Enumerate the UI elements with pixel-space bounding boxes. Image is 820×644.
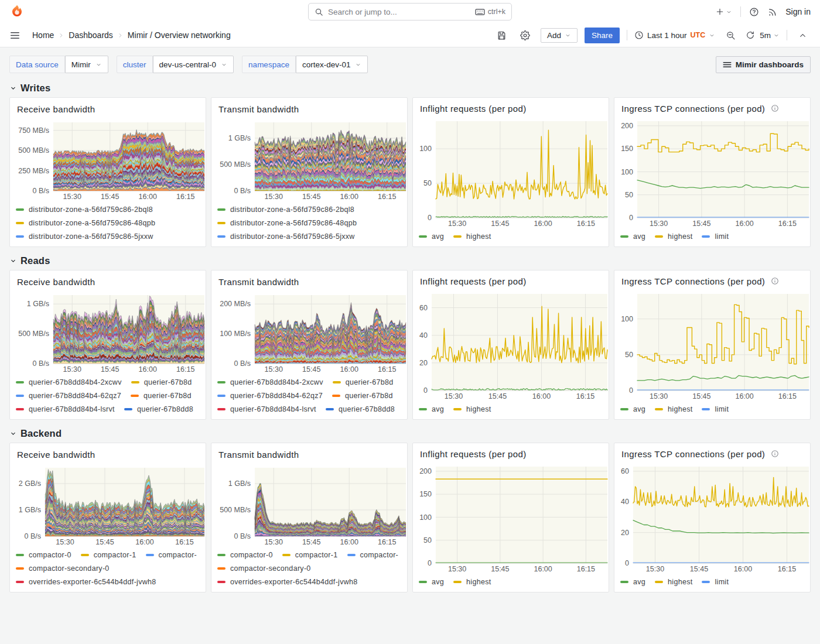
legend-item[interactable]: querier-67b8d (131, 378, 192, 386)
chart-canvas[interactable]: 020406015:3015:4516:0016:15 (614, 460, 810, 574)
news-rss-icon[interactable] (767, 7, 777, 17)
breadcrumb-dashboards[interactable]: Dashboards (69, 30, 113, 40)
search-bar[interactable]: ctrl+k (308, 3, 512, 20)
legend-item[interactable]: limit (702, 405, 729, 413)
chart-canvas[interactable]: 0 B/s500 MB/s1 GB/s15:3015:4516:0016:15 (211, 115, 407, 201)
chart-canvas[interactable]: 0 B/s1 GB/s2 GB/s15:3015:4516:0016:15 (10, 461, 206, 547)
variable-value-dropdown[interactable]: Mimir (65, 56, 108, 73)
svg-text:16:15: 16:15 (576, 392, 594, 400)
zoom-out-time-button[interactable] (722, 27, 739, 43)
dashboard-settings-button[interactable] (517, 27, 534, 43)
panel-title[interactable]: Inflight requests (per pod) (420, 449, 527, 459)
help-icon[interactable] (749, 7, 759, 17)
legend-item[interactable]: overrides-exporter-6c544b4ddf-jvwh8 (16, 578, 156, 586)
legend-item[interactable]: querier-67b8dd8 (326, 405, 395, 413)
chart-canvas[interactable]: 020406015:3015:4516:0016:15 (413, 287, 609, 401)
panel-title[interactable]: Ingress TCP connections (per pod) (621, 104, 765, 114)
legend-item[interactable]: highest (655, 405, 692, 413)
chart-canvas[interactable]: 0 B/s500 MB/s1 GB/s15:3015:4516:0016:15 (211, 461, 407, 547)
info-icon[interactable] (771, 104, 779, 112)
legend-item[interactable]: highest (453, 232, 491, 241)
legend-item[interactable]: querier-67b8dd84b4-2xcwv (16, 378, 122, 386)
svg-text:16:00: 16:00 (340, 193, 358, 201)
panel-title[interactable]: Receive bandwidth (17, 450, 95, 460)
time-range-picker[interactable]: Last 1 hour UTC (634, 30, 715, 40)
add-menu-button[interactable] (715, 7, 732, 16)
legend-item[interactable]: limit (702, 578, 729, 586)
panel-title[interactable]: Transmit bandwidth (218, 104, 299, 114)
section-header-reads[interactable]: Reads (9, 251, 811, 270)
legend-item[interactable]: querier-67b8dd84b4-lsrvt (16, 405, 115, 413)
chart-canvas[interactable]: 0 B/s250 MB/s500 MB/s750 MB/s15:3015:451… (10, 115, 206, 201)
section-header-backend[interactable]: Backend (9, 423, 811, 443)
grafana-logo[interactable] (9, 4, 25, 19)
legend-item[interactable]: compactor-0 (16, 551, 71, 559)
legend-item[interactable]: querier-67b8dd84b4-2xcwv (217, 378, 323, 386)
chart-canvas[interactable]: 0 B/s100 MB/s200 MB/s15:3015:4516:0016:1… (211, 288, 407, 374)
legend-item[interactable]: avg (419, 405, 444, 413)
legend-item[interactable]: querier-67b8d (131, 392, 192, 400)
mega-menu-icon[interactable] (9, 30, 20, 41)
panel-title[interactable]: Inflight requests (per pod) (420, 104, 527, 114)
add-panel-button[interactable]: Add (541, 28, 578, 43)
share-button[interactable]: Share (585, 28, 620, 43)
variable-value-dropdown[interactable]: cortex-dev-01 (296, 56, 368, 73)
variable-data-source: Data sourceMimir (9, 56, 108, 73)
chart-canvas[interactable]: 05010015:3015:4516:0016:15 (413, 114, 609, 228)
refresh-picker[interactable]: 5m (746, 30, 780, 40)
chart-canvas[interactable]: 05010015020015:3015:4516:0016:15 (413, 460, 609, 574)
legend-item[interactable]: querier-67b8dd84b4-62qz7 (217, 392, 323, 400)
legend-item[interactable]: distributor-zone-a-56fd759c86-5jxxw (16, 232, 153, 241)
legend-item[interactable]: highest (453, 578, 491, 586)
legend-item[interactable]: distributor-zone-a-56fd759c86-2bql8 (16, 205, 153, 214)
breadcrumb-home[interactable]: Home (32, 30, 54, 40)
panel-title[interactable]: Inflight requests (per pod) (420, 276, 527, 286)
panel-title[interactable]: Transmit bandwidth (218, 450, 299, 460)
legend-item[interactable]: querier-67b8dd84b4-62qz7 (16, 392, 121, 400)
legend-item[interactable]: querier-67b8d (332, 392, 393, 400)
legend-item[interactable]: compactor- (146, 551, 197, 559)
chart-canvas[interactable]: 05010015:3015:4516:0016:15 (614, 287, 810, 401)
legend-item[interactable]: avg (620, 405, 645, 413)
legend-item[interactable]: highest (655, 578, 692, 586)
info-icon[interactable] (771, 450, 779, 458)
legend-item[interactable]: compactor- (347, 551, 399, 559)
legend-item[interactable]: distributor-zone-a-56fd759c86-2bql8 (217, 205, 354, 214)
legend-item[interactable]: compactor-secondary-0 (16, 564, 110, 573)
search-input[interactable] (328, 8, 470, 16)
legend-item[interactable]: compactor-1 (81, 551, 136, 559)
legend-item[interactable]: highest (453, 405, 491, 413)
panel-title[interactable]: Transmit bandwidth (218, 277, 299, 287)
legend-item[interactable]: avg (620, 232, 645, 241)
legend-item[interactable]: avg (620, 578, 645, 586)
panel-title[interactable]: Ingress TCP connections (per pod) (621, 449, 765, 459)
save-dashboard-button[interactable] (494, 27, 510, 43)
legend-item[interactable]: avg (419, 232, 444, 241)
legend-item[interactable]: distributor-zone-a-56fd759c86-48qpb (16, 219, 155, 227)
panel-title[interactable]: Receive bandwidth (17, 104, 95, 114)
legend-item[interactable]: querier-67b8d (333, 378, 394, 386)
chart-svg: 05010015:3015:4516:0016:15 (618, 287, 811, 401)
legend-item[interactable]: distributor-zone-a-56fd759c86-5jxxw (217, 232, 355, 241)
legend-label: querier-67b8dd84b4-2xcwv (29, 378, 122, 386)
legend-item[interactable]: querier-67b8dd84b4-lsrvt (217, 405, 316, 413)
legend-item[interactable]: avg (419, 578, 444, 586)
legend-item[interactable]: overrides-exporter-6c544b4ddf-jvwh8 (217, 578, 358, 586)
chart-canvas[interactable]: 05010015020015:3015:4516:0016:15 (614, 114, 810, 228)
legend-item[interactable]: querier-67b8dd8 (124, 405, 193, 413)
collapse-toolbar-button[interactable] (794, 27, 811, 43)
legend-item[interactable]: compactor-0 (217, 551, 273, 559)
legend-item[interactable]: distributor-zone-a-56fd759c86-48qpb (217, 219, 357, 227)
legend-item[interactable]: limit (702, 232, 729, 241)
chart-canvas[interactable]: 0 B/s500 MB/s1 GB/s15:3015:4516:0016:15 (10, 288, 206, 374)
legend-item[interactable]: compactor-1 (282, 551, 338, 559)
legend-item[interactable]: compactor-secondary-0 (217, 564, 311, 573)
variable-value-dropdown[interactable]: dev-us-central-0 (153, 56, 234, 73)
section-header-writes[interactable]: Writes (9, 78, 811, 97)
panel-title[interactable]: Ingress TCP connections (per pod) (621, 276, 765, 286)
panel-title[interactable]: Receive bandwidth (17, 277, 95, 287)
legend-item[interactable]: highest (655, 232, 692, 241)
mimir-dashboards-button[interactable]: Mimir dashboards (716, 56, 811, 73)
info-icon[interactable] (771, 277, 779, 285)
sign-in-link[interactable]: Sign in (785, 7, 811, 16)
